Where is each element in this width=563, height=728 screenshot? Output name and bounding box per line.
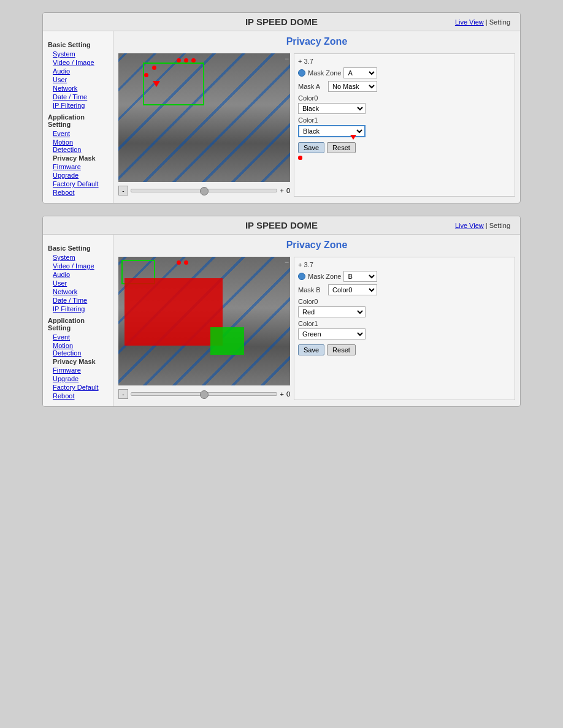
panel-2-title: IP SPEED DOME <box>53 220 510 230</box>
sidebar-system-1[interactable]: System <box>48 50 108 58</box>
panel-1-nav: Live View | Setting <box>455 18 510 26</box>
sidebar-upgrade-1[interactable]: Upgrade <box>48 171 108 180</box>
slider-minus-1[interactable]: - <box>118 186 128 195</box>
sidebar-upgrade-2[interactable]: Upgrade <box>48 374 108 383</box>
camera-view-2: − <box>118 257 290 385</box>
sidebar-reboot-1[interactable]: Reboot <box>48 188 108 197</box>
red-arrow-control-1 <box>350 135 356 140</box>
slider-value-label-2: + <box>280 390 283 398</box>
mask-zone-icon-1 <box>298 69 305 77</box>
color0-label-1: Color0 <box>298 94 511 102</box>
mask-b-select-2[interactable]: No Mask Color0 Color1 <box>328 284 377 295</box>
color0-select-2[interactable]: Black White Red Green Blue <box>298 306 366 317</box>
mask-green-1 <box>210 327 244 355</box>
sidebar-event-2[interactable]: Event <box>48 333 108 341</box>
color1-row-2: Black White Red Green Blue <box>298 328 511 339</box>
sidebar-audio-1[interactable]: Audio <box>48 67 108 75</box>
reset-button-1[interactable]: Reset <box>327 142 356 153</box>
red-dot-1 <box>177 58 181 63</box>
color1-row-1: Black White Red Green Blue <box>298 125 511 137</box>
sidebar-privacy-2[interactable]: Privacy Mask <box>48 357 108 366</box>
camera-view-1: − <box>118 53 290 182</box>
mask-b-label-2: Mask B <box>298 286 326 294</box>
app-setting-label-1: Application Setting <box>48 113 108 128</box>
sidebar-2: Basic Setting System Video / Image Audio… <box>43 235 113 406</box>
color1-select-2[interactable]: Black White Red Green Blue <box>298 328 366 339</box>
mask-a-select-1[interactable]: No Mask Color0 Color1 <box>328 81 377 92</box>
slider-row-1: - + 0 <box>118 184 290 197</box>
color1-label-1: Color1 <box>298 116 511 124</box>
camera-minus-btn-2[interactable]: − <box>285 258 289 267</box>
main-content-1: Privacy Zone <box>113 31 520 203</box>
red-dot-3 <box>191 58 196 63</box>
controls-panel-1: + 3.7 Mask Zone A B Mask A <box>294 53 515 197</box>
content-title-2: Privacy Zone <box>118 240 515 251</box>
sidebar-ipfilter-1[interactable]: IP Filtering <box>48 101 108 110</box>
mask-zone-row-2: Mask Zone A B <box>298 271 511 282</box>
buttons-row-1: Save Reset <box>298 142 511 153</box>
sidebar-privacy-1[interactable]: Privacy Mask <box>48 154 108 162</box>
basic-setting-label-2: Basic Setting <box>48 245 108 252</box>
live-view-link-1[interactable]: Live View <box>455 18 484 26</box>
slider-track-2[interactable] <box>131 392 277 396</box>
sidebar-reboot-2[interactable]: Reboot <box>48 392 108 400</box>
panel-2-body: Basic Setting System Video / Image Audio… <box>43 235 520 406</box>
mask-zone-label-1: Mask Zone <box>308 69 341 77</box>
mask-zone-row-1: Mask Zone A B <box>298 67 511 78</box>
sidebar-user-1[interactable]: User <box>48 75 108 84</box>
content-title-1: Privacy Zone <box>118 36 515 47</box>
sidebar-network-1[interactable]: Network <box>48 84 108 93</box>
sidebar-firmware-2[interactable]: Firmware <box>48 366 108 374</box>
slider-minus-2[interactable]: - <box>118 389 128 399</box>
sidebar-datetime-1[interactable]: Date / Time <box>48 93 108 101</box>
mask-zone-icon-2 <box>298 273 305 280</box>
app-setting-label-2: Application Setting <box>48 317 108 332</box>
slider-thumb-1 <box>200 187 209 195</box>
content-row-2: − - + 0 + 3.7 <box>118 257 515 400</box>
sidebar-datetime-2[interactable]: Date / Time <box>48 296 108 305</box>
sidebar-firmware-1[interactable]: Firmware <box>48 162 108 171</box>
sidebar-event-1[interactable]: Event <box>48 129 108 138</box>
live-view-link-2[interactable]: Live View <box>455 222 484 229</box>
sidebar-user-2[interactable]: User <box>48 279 108 287</box>
zoom-indicator-1: + 3.7 <box>298 58 511 65</box>
slider-thumb-2 <box>200 390 209 399</box>
reset-button-2[interactable]: Reset <box>327 344 356 355</box>
sidebar-audio-2[interactable]: Audio <box>48 270 108 279</box>
mask-zone-label-2: Mask Zone <box>308 273 341 280</box>
red-dot-5 <box>144 73 148 77</box>
page-container: IP SPEED DOME Live View | Setting Basic … <box>42 12 521 407</box>
color0-row-2: Black White Red Green Blue <box>298 306 511 317</box>
main-content-2: Privacy Zone <box>113 235 520 406</box>
red-dot-p2-1 <box>177 260 181 265</box>
save-button-1[interactable]: Save <box>298 142 324 153</box>
color0-select-1[interactable]: Black White Red Green Blue <box>298 103 366 114</box>
zoom-indicator-2: + 3.7 <box>298 261 511 268</box>
sidebar-motion-2[interactable]: Motion Detection <box>48 341 108 357</box>
sidebar-factory-default-2[interactable]: Factory Default <box>48 383 108 392</box>
mask-zone-select-2[interactable]: A B <box>343 271 377 282</box>
sidebar-motion-1[interactable]: Motion Detection <box>48 138 108 154</box>
panel-1: IP SPEED DOME Live View | Setting Basic … <box>42 12 521 203</box>
mask-zone-select-1[interactable]: A B <box>343 67 377 78</box>
mask-red-1 <box>124 278 223 346</box>
sidebar-video-2[interactable]: Video / Image <box>48 262 108 270</box>
panel-2-nav: Live View | Setting <box>455 222 510 229</box>
controls-panel-2: + 3.7 Mask Zone A B Mask B <box>294 257 515 400</box>
sidebar-system-2[interactable]: System <box>48 253 108 262</box>
camera-minus-btn-1[interactable]: − <box>285 55 289 63</box>
buttons-row-2: Save Reset <box>298 344 511 355</box>
color0-row-1: Black White Red Green Blue <box>298 103 511 114</box>
slider-track-1[interactable] <box>131 189 277 192</box>
slider-row-2: - + 0 <box>118 388 290 400</box>
sidebar-ipfilter-2[interactable]: IP Filtering <box>48 305 108 313</box>
color1-label-2: Color1 <box>298 320 511 327</box>
color0-label-2: Color0 <box>298 298 511 305</box>
save-button-2[interactable]: Save <box>298 344 324 355</box>
sidebar-video-1[interactable]: Video / Image <box>48 58 108 67</box>
red-arrow-1 <box>153 81 160 87</box>
sidebar-factory-default-1[interactable]: Factory Default <box>48 180 108 188</box>
slider-value-label-1: + <box>280 187 283 194</box>
panel-1-body: Basic Setting System Video / Image Audio… <box>43 31 520 203</box>
sidebar-network-2[interactable]: Network <box>48 287 108 296</box>
